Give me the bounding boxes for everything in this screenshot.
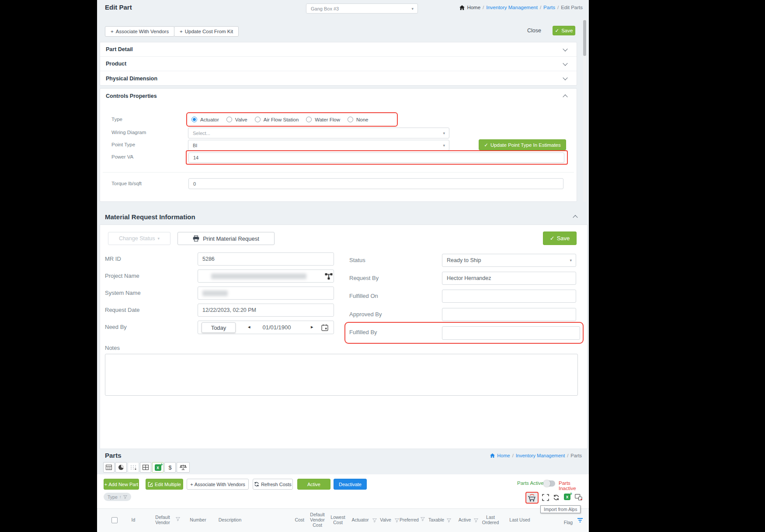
calendar-icon[interactable] <box>321 324 328 331</box>
section-product[interactable]: Product <box>100 57 577 71</box>
radio-option-water-flow[interactable]: Water Flow <box>306 117 340 122</box>
compare-button[interactable] <box>177 462 190 473</box>
scrollbar-track[interactable] <box>583 18 586 202</box>
status-select[interactable]: Ready to Ship ▾ <box>442 254 576 267</box>
column-header-default-vendor-cost[interactable]: Default Vendor Cost <box>307 509 328 530</box>
associate-with-vendors-button[interactable]: + Associate With Vendors <box>105 26 174 37</box>
check-icon: ✓ <box>550 235 555 242</box>
chart-view-button[interactable] <box>115 462 127 473</box>
breadcrumb-home[interactable]: Home <box>497 453 510 458</box>
column-header-last-ordered[interactable]: Last Ordered <box>480 509 501 530</box>
section-physical-dimension[interactable]: Physical Dimension <box>100 71 577 86</box>
edit-multiple-button[interactable]: Edit Multiple <box>146 479 183 490</box>
column-header-last-used[interactable]: Last Used <box>507 509 532 530</box>
hierarchy-icon[interactable] <box>325 273 333 280</box>
column-header-description[interactable]: Description <box>214 509 246 530</box>
need-by-label: Need By <box>105 324 127 330</box>
section-part-detail[interactable]: Part Detail <box>100 42 577 57</box>
update-point-type-button[interactable]: ✓ Update Point Type In Estimates <box>479 139 566 150</box>
update-cost-from-kit-button[interactable]: + Update Cost From Kit <box>174 26 239 37</box>
power-va-input[interactable]: 14 <box>188 152 564 163</box>
filter-icon-actuator[interactable] <box>372 518 377 522</box>
filter-icon-active[interactable] <box>474 518 478 522</box>
close-button[interactable]: Close <box>527 28 541 34</box>
column-header-taxable[interactable]: Taxable <box>427 509 446 530</box>
next-day-icon[interactable]: ▸ <box>311 324 313 330</box>
fullscreen-button[interactable] <box>542 494 549 503</box>
wiring-diagram-select[interactable]: Select... ▾ <box>188 128 449 138</box>
radio-option-air-flow-station[interactable]: Air Flow Station <box>255 117 299 122</box>
material-request-title: Material Request Information <box>105 213 195 221</box>
export-window-button[interactable] <box>575 494 582 502</box>
refresh-grid-button[interactable] <box>553 494 560 502</box>
radio-option-none[interactable]: None <box>348 117 369 122</box>
home-icon <box>490 453 495 458</box>
radio-option-actuator[interactable]: Actuator <box>191 117 219 122</box>
associate-with-vendors-button-grid[interactable]: + Associate With Vendors <box>187 479 249 490</box>
column-header-lowest-cost[interactable]: Lowest Cost <box>328 509 348 530</box>
breadcrumb-home[interactable]: Home <box>467 5 480 10</box>
sort-chip-type[interactable]: Type ↑ <box>104 493 131 501</box>
point-type-select[interactable]: BI ▾ <box>188 140 449 151</box>
today-button[interactable]: Today <box>202 322 236 333</box>
column-header-id[interactable]: Id <box>128 509 139 530</box>
print-material-request-button[interactable]: Print Material Request <box>177 232 275 245</box>
column-header-active[interactable]: Active <box>456 509 473 530</box>
change-status-button[interactable]: Change Status ▾ <box>108 232 170 245</box>
active-button[interactable]: Active <box>297 479 330 490</box>
select-all-checkbox[interactable] <box>111 517 118 523</box>
fulfilled-by-input[interactable] <box>442 326 580 340</box>
torque-input[interactable]: 0 <box>188 178 563 189</box>
column-header-actuator[interactable]: Actuator <box>350 509 371 530</box>
costs-button[interactable]: $ <box>164 462 176 473</box>
parts-active-toggle[interactable] <box>544 480 555 487</box>
section-controls-properties[interactable]: Controls Properties <box>100 89 577 103</box>
deactivate-button[interactable]: Deactivate <box>334 479 367 490</box>
plus-icon: + <box>111 29 114 34</box>
column-header-cost[interactable]: Cost <box>289 509 304 530</box>
table-view-button[interactable] <box>103 462 115 473</box>
add-new-part-label: Add New Part <box>108 482 138 487</box>
approved-by-label: Approved By <box>349 311 382 318</box>
add-new-part-button[interactable]: + Add New Part <box>104 479 139 490</box>
filter-icon-taxable[interactable] <box>447 518 451 522</box>
system-name-input[interactable] <box>198 287 334 300</box>
request-date-input[interactable]: 12/22/2023, 02:20 PM <box>198 304 334 317</box>
pivot-view-button[interactable] <box>128 462 139 473</box>
section-physical-dimension-label: Physical Dimension <box>106 76 157 82</box>
column-header-default-vendor[interactable]: Default Vendor <box>152 509 173 530</box>
mr-id-input[interactable]: 5286 <box>198 252 334 266</box>
grid-view-button[interactable] <box>140 462 151 473</box>
project-name-select[interactable]: ▾ <box>198 269 334 283</box>
chevron-up-icon[interactable] <box>573 215 577 220</box>
column-header-number[interactable]: Number <box>186 509 210 530</box>
column-header-preferred[interactable]: Preferred <box>400 509 419 530</box>
approved-by-input[interactable] <box>442 308 576 321</box>
export-excel-button[interactable]: x+ <box>152 462 163 473</box>
save-button-material-request[interactable]: ✓ Save <box>543 231 577 245</box>
refresh-costs-button[interactable]: Refresh Costs <box>253 479 293 490</box>
previous-day-icon[interactable]: ◂ <box>248 324 250 330</box>
breadcrumb-parts[interactable]: Parts <box>543 5 555 10</box>
fulfilled-on-input[interactable] <box>442 290 576 303</box>
request-by-input[interactable]: Hector Hernandez <box>442 272 576 285</box>
need-by-date-value[interactable]: 01/01/1900 <box>256 324 298 331</box>
filter-menu-icon[interactable] <box>577 518 583 523</box>
column-header-valve[interactable]: Valve <box>378 509 393 530</box>
edit-part-page: Edit Part Gang Box #3 ▾ Home / Inventory… <box>97 0 589 532</box>
notes-textarea[interactable] <box>105 354 578 396</box>
filter-icon-default-vendor[interactable] <box>176 517 180 521</box>
save-button-top[interactable]: ✓ Save <box>553 26 575 35</box>
filter-icon-preferred[interactable] <box>421 517 425 521</box>
breadcrumb-inventory-management[interactable]: Inventory Management <box>516 453 565 458</box>
filter-icon <box>123 495 127 499</box>
breadcrumb-separator: / <box>567 453 568 458</box>
import-from-alps-button[interactable] <box>525 492 539 504</box>
scrollbar-thumb[interactable] <box>583 20 586 56</box>
breadcrumb-inventory-management[interactable]: Inventory Management <box>486 5 538 10</box>
export-excel-grid-button[interactable]: x+ <box>564 494 570 500</box>
radio-option-valve[interactable]: Valve <box>226 117 247 122</box>
radio-label: Valve <box>235 117 247 122</box>
part-selector-dropdown[interactable]: Gang Box #3 ▾ <box>306 3 418 14</box>
filter-icon-valve[interactable] <box>395 518 399 522</box>
